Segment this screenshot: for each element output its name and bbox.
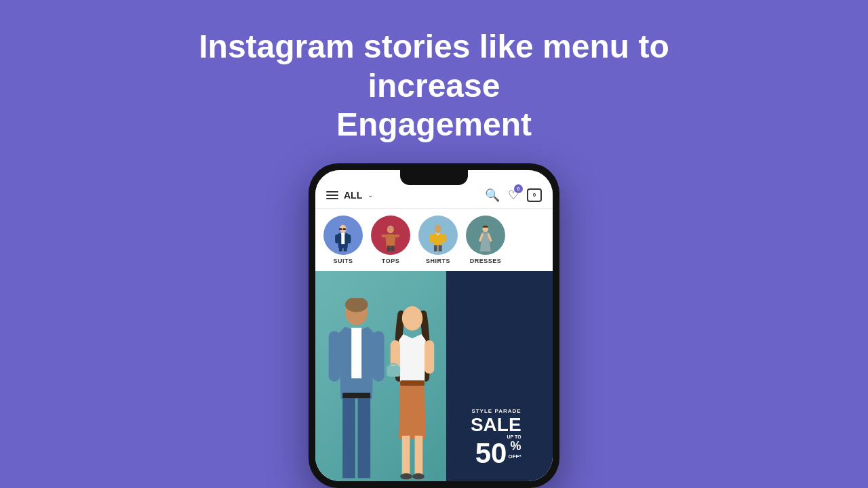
svg-rect-15 [430, 235, 435, 243]
percent-symbol: % [508, 439, 521, 453]
svg-rect-32 [401, 436, 410, 479]
wishlist-badge: 0 [514, 184, 523, 193]
story-label-tops: TOPS [382, 258, 399, 264]
svg-rect-13 [391, 246, 395, 251]
story-label-shirts: SHIRTS [426, 258, 450, 264]
svg-rect-26 [358, 396, 371, 478]
female-figure [375, 305, 450, 481]
svg-rect-16 [442, 235, 447, 243]
page-headline: Instagram stories like menu to increase … [129, 27, 739, 144]
svg-rect-8 [348, 235, 351, 243]
svg-point-14 [435, 225, 441, 233]
headline-line2: Engagement [336, 106, 532, 142]
story-figure-suits [326, 218, 361, 253]
story-label-suits: SUITS [333, 258, 353, 264]
cart-count: 0 [533, 192, 536, 198]
sale-text-block: STYLE PARADE SALE UP TO 50 % OFF* [471, 408, 521, 468]
story-circle-tops [371, 216, 410, 255]
svg-point-30 [401, 306, 422, 331]
svg-point-34 [400, 473, 412, 479]
header-icons: 🔍 ♡ 0 0 [485, 188, 542, 203]
svg-rect-18 [439, 245, 442, 251]
svg-rect-17 [434, 245, 437, 251]
svg-rect-1 [339, 228, 342, 230]
all-label[interactable]: ALL [344, 190, 362, 201]
banner: STYLE PARADE SALE UP TO 50 % OFF* [315, 271, 553, 481]
story-item-tops[interactable]: TOPS [371, 216, 410, 264]
svg-rect-4 [342, 233, 345, 245]
svg-rect-5 [339, 246, 342, 251]
wishlist-icon[interactable]: ♡ 0 [508, 188, 519, 203]
svg-rect-28 [329, 331, 340, 381]
svg-rect-37 [424, 340, 433, 373]
story-figure-dresses [468, 218, 503, 253]
story-figure-shirts [420, 218, 456, 253]
story-item-shirts[interactable]: SHIRTS [418, 216, 458, 264]
story-item-suits[interactable]: SUITS [323, 216, 363, 264]
headline-line1: Instagram stories like menu to increase [199, 28, 669, 104]
phone-screen: ALL ⌄ 🔍 ♡ 0 0 [315, 170, 553, 481]
sale-label: SALE [471, 415, 521, 434]
svg-rect-12 [387, 246, 391, 251]
svg-rect-27 [342, 393, 370, 398]
header-left: ALL ⌄ [326, 190, 373, 201]
phone-notch [400, 170, 468, 185]
svg-rect-11 [395, 235, 399, 237]
svg-rect-33 [414, 436, 422, 479]
svg-rect-38 [387, 366, 400, 377]
svg-rect-7 [335, 235, 338, 243]
svg-rect-24 [351, 328, 361, 378]
percent-number: 50 [475, 439, 507, 468]
percent-row: 50 % OFF* [471, 439, 521, 468]
chevron-down-icon: ⌄ [368, 191, 373, 199]
story-item-dresses[interactable]: DRESSES [466, 216, 505, 264]
story-label-dresses: DRESSES [470, 258, 502, 264]
svg-rect-2 [343, 228, 346, 230]
story-circle-dresses [466, 216, 505, 255]
banner-left [315, 271, 446, 481]
svg-point-35 [412, 473, 425, 479]
svg-rect-25 [342, 396, 355, 478]
banner-right: STYLE PARADE SALE UP TO 50 % OFF* [446, 271, 553, 481]
phone-mockup: ALL ⌄ 🔍 ♡ 0 0 [309, 163, 559, 488]
off-label: OFF* [508, 453, 521, 460]
cart-icon[interactable]: 0 [527, 188, 542, 202]
percent-off-block: % OFF* [508, 439, 521, 460]
svg-rect-10 [382, 235, 387, 237]
story-circle-shirts [418, 216, 458, 255]
style-parade-label: STYLE PARADE [471, 408, 521, 414]
hamburger-icon[interactable] [326, 191, 338, 199]
svg-point-9 [387, 226, 394, 234]
svg-rect-31 [400, 380, 425, 386]
search-icon[interactable]: 🔍 [485, 188, 500, 203]
svg-rect-6 [344, 246, 347, 251]
story-circle-suits [323, 216, 363, 255]
stories-row: SUITS [315, 209, 553, 271]
story-figure-tops [373, 218, 408, 253]
